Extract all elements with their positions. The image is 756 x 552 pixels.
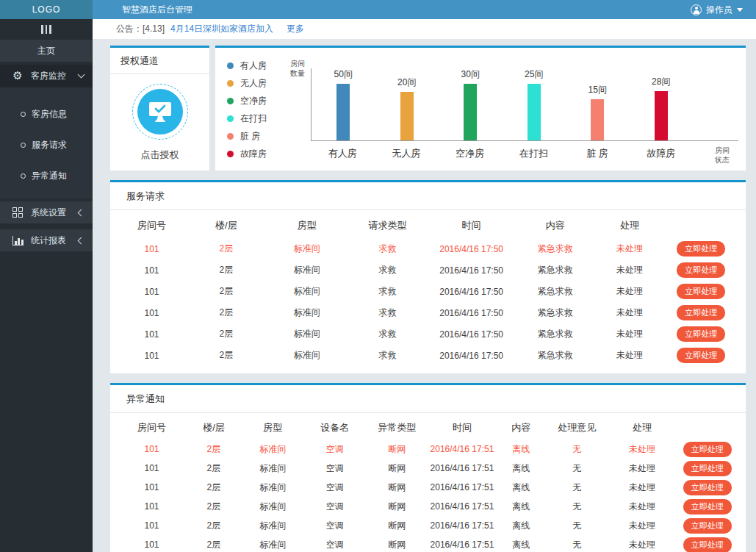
legend-item: 脏 房 — [227, 130, 289, 143]
sidebar-item-home[interactable]: 主页 — [0, 40, 93, 62]
sidebar-item-system-settings[interactable]: 系统设置 — [0, 201, 93, 223]
table-row: 1012层标准间空调断网2016/4/16 17:51离线无未处理立即处理 — [118, 478, 738, 497]
table-cell: 未处理 — [608, 520, 677, 532]
chart-bars: 50间20间30间25间15间28间 — [311, 68, 693, 141]
legend-dot-icon — [227, 133, 234, 140]
column-header: 房型 — [267, 219, 348, 232]
handle-now-button[interactable]: 立即处理 — [683, 480, 732, 495]
legend-item: 故障房 — [227, 148, 289, 160]
table-cell: 无 — [546, 539, 608, 551]
table-cell: 断网 — [366, 539, 428, 551]
table-cell-action: 立即处理 — [664, 284, 738, 299]
app-title: 智慧酒店后台管理 — [122, 4, 192, 16]
legend-item: 空净房 — [227, 95, 289, 107]
announcement-more-link[interactable]: 更多 — [287, 23, 304, 35]
chevron-down-icon — [78, 71, 85, 79]
table-row: 1012层标准间空调断网2016/4/16 17:51离线无未处理立即处理 — [118, 440, 738, 459]
legend-label: 在打扫 — [240, 112, 267, 125]
table-cell: 101 — [118, 287, 186, 297]
table-cell: 空调 — [303, 539, 366, 551]
user-icon — [691, 4, 702, 15]
sidebar-toggle[interactable] — [0, 19, 93, 40]
legend-label: 空净房 — [240, 95, 267, 107]
table-cell: 求救 — [348, 264, 428, 276]
table-cell: 101 — [118, 265, 186, 276]
column-header: 时间 — [428, 219, 514, 232]
sidebar-item-room-monitor[interactable]: ⚙ 客房监控 — [0, 65, 93, 87]
table-cell: 紧急求救 — [515, 307, 596, 319]
handle-now-button[interactable]: 立即处理 — [683, 537, 732, 552]
column-header: 设备名 — [303, 421, 366, 434]
chart-xlabels: 有人房无人房空净房在打扫脏 房故障房 — [311, 147, 693, 160]
handle-now-button[interactable]: 立即处理 — [677, 305, 725, 320]
table-row: 1012层标准间求救2016/4/16 17:50紧急求救未处理立即处理 — [118, 302, 738, 323]
table-cell: 101 — [118, 463, 186, 473]
table-cell: 标准间 — [267, 307, 348, 319]
submenu-label: 客房信息 — [32, 108, 67, 121]
table-row: 1012层标准间求救2016/4/16 17:50紧急求救未处理立即处理 — [118, 281, 738, 302]
table-cell: 2016/4/16 17:50 — [428, 287, 514, 297]
legend-dot-icon — [227, 151, 234, 157]
table-header-row: 房间号楼/层房型设备名异常类型时间内容处理意见处理 — [118, 416, 738, 440]
table-row: 1012层标准间空调断网2016/4/16 17:51离线无未处理立即处理 — [118, 459, 738, 478]
sidebar-home-label: 主页 — [37, 45, 55, 57]
table-cell: 无 — [546, 462, 608, 475]
table-cell: 2016/4/16 17:51 — [428, 540, 496, 550]
sidebar-item-statistics-report[interactable]: 统计报表 — [0, 229, 93, 251]
service-table: 房间号楼/层房型请求类型时间内容处理1012层标准间求救2016/4/16 17… — [110, 210, 746, 373]
table-cell: 2层 — [186, 328, 267, 340]
table-cell: 空调 — [303, 443, 366, 456]
user-menu[interactable]: 操作员 — [691, 4, 756, 16]
table-cell: 未处理 — [608, 539, 677, 551]
chart-bar — [400, 92, 414, 140]
table-cell: 紧急求救 — [515, 243, 596, 255]
handle-now-button[interactable]: 立即处理 — [683, 499, 732, 515]
top-header: LOGO 智慧酒店后台管理 操作员 — [0, 0, 756, 19]
table-row: 1012层标准间空调断网2016/4/16 17:51离线无未处理立即处理 — [118, 535, 738, 552]
table-cell: 标准间 — [242, 539, 304, 551]
column-header: 处理 — [608, 421, 677, 434]
handle-now-button[interactable]: 立即处理 — [677, 241, 725, 257]
column-header: 房型 — [242, 421, 304, 434]
chart-bar — [655, 91, 668, 140]
exception-table: 房间号楼/层房型设备名异常类型时间内容处理意见处理1012层标准间空调断网201… — [110, 413, 746, 552]
handle-now-button[interactable]: 立即处理 — [683, 442, 732, 457]
column-header: 请求类型 — [348, 219, 428, 232]
chart-category-label: 故障房 — [629, 147, 693, 160]
announcement-prefix: 公告：[4.13] — [116, 23, 165, 35]
chart-category-label: 脏 房 — [566, 147, 630, 160]
chevron-down-icon — [737, 8, 743, 12]
table-cell: 2层 — [186, 481, 242, 494]
table-cell-action: 立即处理 — [664, 348, 738, 363]
table-cell: 未处理 — [608, 481, 677, 494]
handle-now-button[interactable]: 立即处理 — [677, 348, 725, 363]
dashed-ring — [132, 84, 188, 140]
handle-now-button[interactable]: 立即处理 — [677, 262, 725, 278]
handle-now-button[interactable]: 立即处理 — [677, 284, 725, 299]
table-cell: 离线 — [496, 481, 546, 494]
bar-value-label: 20间 — [397, 76, 416, 89]
announcement-link[interactable]: 4月14日深圳如家酒店加入 — [170, 23, 273, 35]
table-cell: 101 — [118, 308, 186, 318]
grid-icon — [12, 207, 24, 218]
sidebar-item-exception-notice[interactable]: 异常通知 — [0, 160, 93, 191]
chart-bar-column: 15间 — [566, 68, 630, 140]
table-cell: 101 — [118, 351, 186, 361]
table-cell: 未处理 — [596, 264, 664, 276]
bullet-icon — [21, 112, 26, 117]
chart-bar-column: 50间 — [312, 68, 375, 140]
table-cell: 离线 — [496, 520, 546, 532]
table-cell-action: 立即处理 — [664, 262, 738, 278]
column-header: 楼/层 — [186, 421, 242, 434]
handle-now-button[interactable]: 立即处理 — [683, 461, 732, 476]
sidebar-item-room-info[interactable]: 客房信息 — [0, 98, 93, 129]
table-cell: 求救 — [348, 349, 428, 362]
column-header: 楼/层 — [186, 219, 267, 232]
handle-now-button[interactable]: 立即处理 — [677, 326, 725, 342]
table-cell: 无 — [546, 501, 608, 513]
handle-now-button[interactable]: 立即处理 — [683, 518, 732, 534]
column-header: 房间号 — [118, 421, 186, 434]
bullet-icon — [21, 173, 26, 179]
authorize-button[interactable]: 点击授权 — [110, 74, 209, 171]
sidebar-item-service-request[interactable]: 服务请求 — [0, 129, 93, 160]
